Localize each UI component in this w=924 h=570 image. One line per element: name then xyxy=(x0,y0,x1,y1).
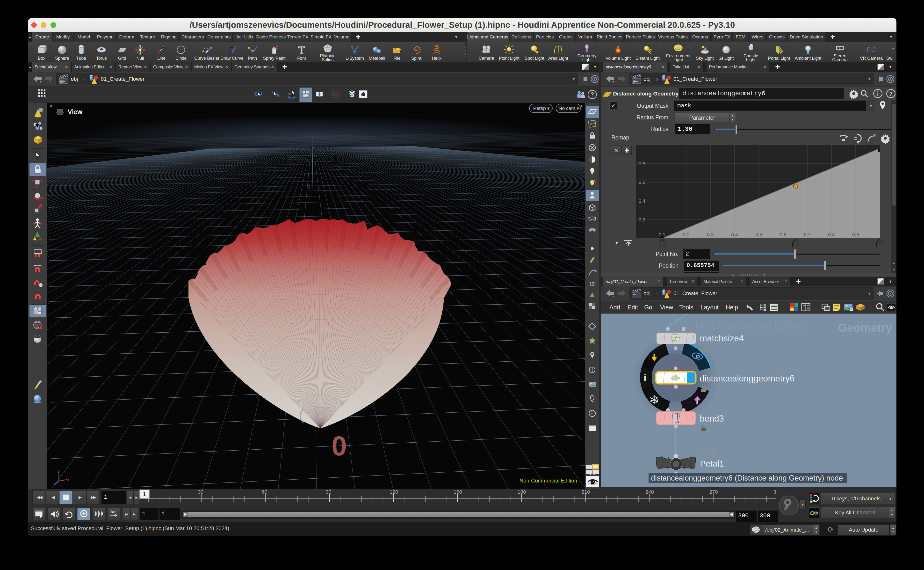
svg-text:Null: Null xyxy=(700,447,714,457)
svg-text:120: 120 xyxy=(390,489,398,495)
svg-text:12: 12 xyxy=(589,281,595,287)
svg-text:matchsize4: matchsize4 xyxy=(700,333,744,343)
svg-text:Non-Commercial Edition: Non-Commercial Edition xyxy=(695,320,805,331)
svg-text:3: 3 xyxy=(307,184,310,190)
svg-text:0.8: 0.8 xyxy=(639,161,646,166)
svg-text:0.2: 0.2 xyxy=(639,217,646,222)
svg-text:180: 180 xyxy=(517,489,526,495)
svg-text:Petal1: Petal1 xyxy=(700,459,724,468)
svg-text:i: i xyxy=(591,411,593,416)
svg-text:0.3: 0.3 xyxy=(707,232,714,238)
svg-text:210: 210 xyxy=(581,489,590,495)
svg-text:0.4: 0.4 xyxy=(639,198,646,204)
svg-text:30: 30 xyxy=(198,489,203,495)
svg-text:300: 300 xyxy=(773,489,776,495)
svg-text:0.6: 0.6 xyxy=(639,179,646,185)
svg-text:x: x xyxy=(67,477,69,482)
svg-text:bend3: bend3 xyxy=(700,414,724,423)
svg-text:❄: ❄ xyxy=(649,393,659,407)
svg-text:0.2: 0.2 xyxy=(683,232,690,238)
svg-text:0.6: 0.6 xyxy=(780,232,786,238)
svg-text:270: 270 xyxy=(710,489,718,495)
svg-text:0.9: 0.9 xyxy=(852,232,859,238)
svg-text:(: ( xyxy=(299,407,304,423)
svg-text:0.7: 0.7 xyxy=(804,232,811,238)
svg-text:): ) xyxy=(314,407,319,423)
svg-text:60: 60 xyxy=(262,489,267,495)
svg-text:y: y xyxy=(58,469,60,473)
svg-text:0: 0 xyxy=(332,431,347,459)
svg-text:Geometry: Geometry xyxy=(838,321,892,334)
svg-text:0.5: 0.5 xyxy=(755,232,762,238)
svg-text:240: 240 xyxy=(646,489,654,495)
svg-text:0.4: 0.4 xyxy=(731,232,738,238)
svg-text:90: 90 xyxy=(326,489,331,495)
svg-text:0.8: 0.8 xyxy=(828,232,835,238)
svg-text:150: 150 xyxy=(454,489,462,495)
svg-text:i: i xyxy=(644,373,646,383)
svg-text:distancealonggeometry6 (Distan: distancealonggeometry6 (Distance along G… xyxy=(651,474,843,482)
svg-text:distancealonggeometry6: distancealonggeometry6 xyxy=(700,374,794,383)
